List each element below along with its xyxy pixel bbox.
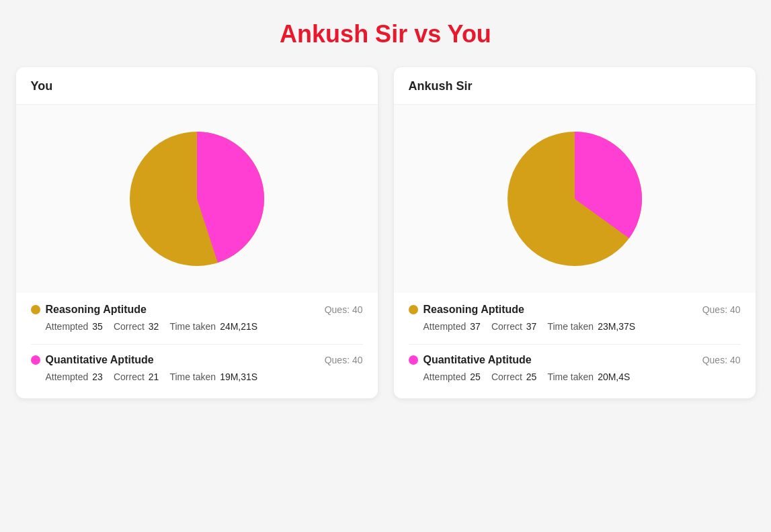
ankush-divider	[409, 344, 741, 345]
ankush-stats-section: Reasoning Aptitude Ques: 40 Attempted 37…	[394, 293, 756, 398]
ankush-card: Ankush Sir Reasoning Aptitude	[394, 67, 756, 398]
ankush-reasoning-ques: Ques: 40	[702, 304, 741, 315]
ankush-reasoning-dot	[409, 305, 418, 314]
you-reasoning-title-row: Reasoning Aptitude	[31, 304, 147, 316]
you-chart-area	[16, 105, 378, 293]
you-reasoning-ques: Ques: 40	[325, 304, 363, 315]
you-quantitative-block: Quantitative Aptitude Ques: 40 Attempted…	[31, 354, 363, 382]
you-divider	[31, 344, 363, 345]
ankush-quantitative-block: Quantitative Aptitude Ques: 40 Attempted…	[409, 354, 741, 382]
ankush-reasoning-title-row: Reasoning Aptitude	[409, 304, 525, 316]
ankush-quantitative-header: Quantitative Aptitude Ques: 40	[409, 354, 741, 366]
you-reasoning-title: Reasoning Aptitude	[46, 304, 147, 316]
ankush-chart-area	[394, 105, 756, 293]
you-reasoning-details: Attempted 35 Correct 32 Time taken 24M,2…	[31, 321, 363, 332]
you-reasoning-block: Reasoning Aptitude Ques: 40 Attempted 35…	[31, 304, 363, 332]
ankush-quantitative-details: Attempted 25 Correct 25 Time taken 20M,4…	[409, 371, 741, 382]
you-quantitative-dot	[31, 355, 40, 365]
you-quantitative-details: Attempted 23 Correct 21 Time taken 19M,3…	[31, 371, 363, 382]
you-quantitative-title-row: Quantitative Aptitude	[31, 354, 154, 366]
page-title: Ankush Sir vs You	[280, 20, 491, 48]
ankush-quantitative-ques: Ques: 40	[702, 355, 741, 365]
you-stats-section: Reasoning Aptitude Ques: 40 Attempted 35…	[16, 293, 378, 398]
you-reasoning-header: Reasoning Aptitude Ques: 40	[31, 304, 363, 316]
ankush-quantitative-dot	[409, 355, 418, 365]
ankush-quantitative-title: Quantitative Aptitude	[423, 354, 532, 366]
ankush-reasoning-header: Reasoning Aptitude Ques: 40	[409, 304, 741, 316]
you-card-header: You	[16, 67, 378, 105]
ankush-reasoning-details: Attempted 37 Correct 37 Time taken 23M,3…	[409, 321, 741, 332]
ankush-reasoning-block: Reasoning Aptitude Ques: 40 Attempted 37…	[409, 304, 741, 332]
you-reasoning-dot	[31, 305, 40, 314]
you-quantitative-title: Quantitative Aptitude	[46, 354, 154, 366]
ankush-quantitative-title-row: Quantitative Aptitude	[409, 354, 532, 366]
cards-container: You	[16, 67, 756, 398]
you-quantitative-ques: Ques: 40	[325, 355, 363, 365]
you-card: You	[16, 67, 378, 398]
ankush-pie-chart	[501, 125, 649, 273]
you-pie-chart	[123, 125, 271, 273]
you-quantitative-header: Quantitative Aptitude Ques: 40	[31, 354, 363, 366]
ankush-reasoning-title: Reasoning Aptitude	[423, 304, 525, 316]
ankush-card-header: Ankush Sir	[394, 67, 756, 105]
